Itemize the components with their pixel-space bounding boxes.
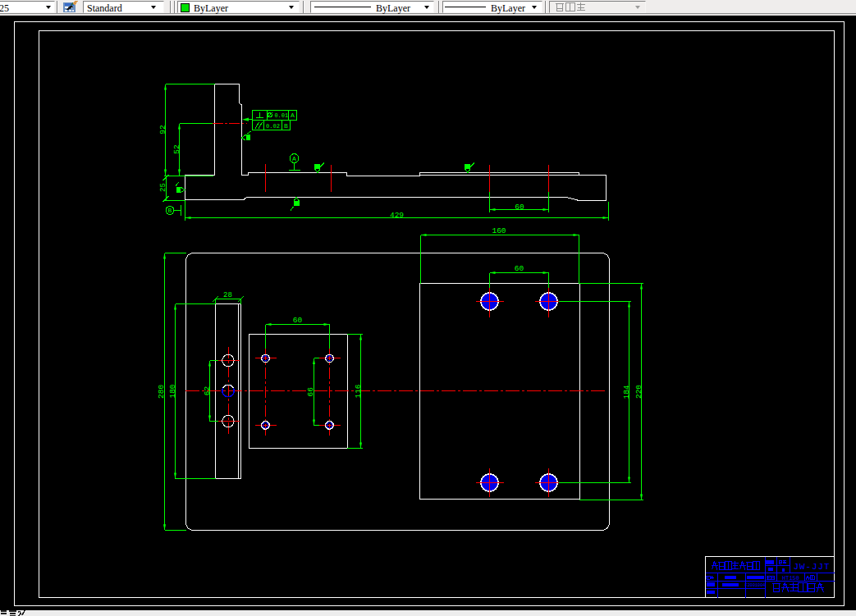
svg-text:F2001004: F2001004	[745, 583, 766, 588]
svg-text:25: 25	[159, 183, 167, 192]
svg-text:B: B	[168, 207, 172, 214]
svg-text:220: 220	[634, 385, 643, 399]
svg-text:60: 60	[293, 316, 303, 325]
svg-text:0.02: 0.02	[266, 123, 280, 130]
svg-text:A: A	[291, 112, 295, 119]
svg-text:66: 66	[307, 387, 316, 397]
svg-text:A: A	[292, 155, 296, 162]
svg-text:92: 92	[158, 125, 167, 135]
svg-text:52: 52	[172, 144, 181, 154]
svg-text:60: 60	[515, 203, 524, 212]
svg-text:160: 160	[492, 226, 506, 235]
svg-text:B: B	[284, 122, 288, 130]
svg-text:116: 116	[354, 384, 363, 398]
svg-text:184: 184	[622, 385, 631, 399]
svg-text:429: 429	[390, 211, 404, 220]
svg-text:280: 280	[158, 385, 167, 399]
svg-text:62: 62	[203, 386, 212, 396]
svg-text:28: 28	[223, 291, 232, 299]
svg-text:JW-JJT: JW-JJT	[793, 562, 830, 572]
svg-text:180: 180	[168, 384, 177, 398]
svg-text:0.01: 0.01	[274, 112, 288, 119]
svg-text:HT150: HT150	[782, 575, 799, 582]
svg-text:60: 60	[515, 264, 524, 273]
